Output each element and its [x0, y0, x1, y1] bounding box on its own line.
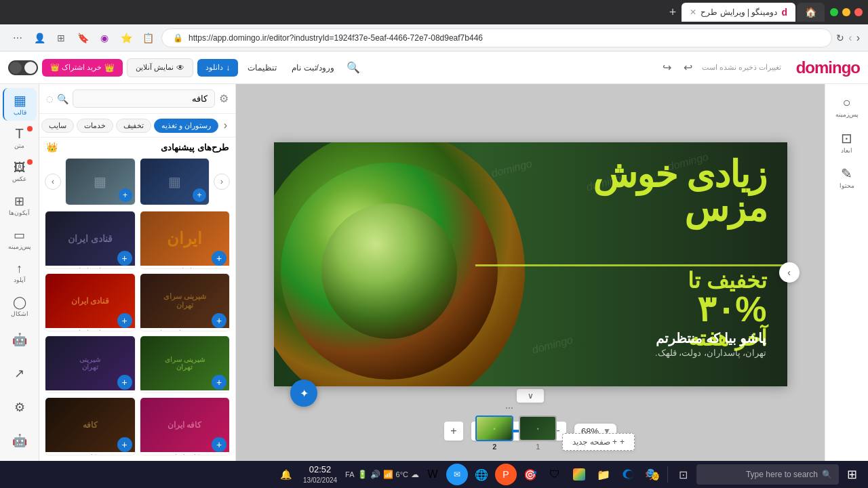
right-tool-upload[interactable]: ↑ آپلود: [3, 256, 37, 289]
dark-mode-toggle[interactable]: [8, 60, 38, 75]
browser-icon-5[interactable]: ⊞: [52, 28, 71, 47]
search-icon: 🔍: [57, 94, 68, 104]
browser-icon-1[interactable]: 📋: [138, 28, 157, 47]
taskbar-app-mask[interactable]: 🎭: [642, 464, 663, 485]
task-view-icon[interactable]: ⊡: [672, 464, 694, 485]
template-card-1[interactable]: ایران + ایران: [140, 211, 231, 269]
template-add-btn-1[interactable]: +: [212, 251, 226, 266]
taskbar-app-5[interactable]: W: [422, 464, 443, 485]
taskbar-app-chrome[interactable]: 🌐: [471, 464, 492, 485]
download-button[interactable]: ↓دانلود: [197, 59, 238, 77]
login-button[interactable]: ورود/ثبت نام: [286, 59, 340, 77]
category-discount[interactable]: تخفیف: [116, 119, 151, 133]
template-label-6: شیرینی تهران: [45, 390, 135, 394]
taskbar-app-edge[interactable]: [617, 464, 639, 485]
page-2-options[interactable]: ⋯: [505, 403, 513, 413]
right-tool-ai2[interactable]: 🤖: [3, 424, 37, 457]
canvas-bottom-arrow[interactable]: ∨: [517, 389, 544, 403]
template-search-input[interactable]: [73, 89, 215, 108]
browser-menu[interactable]: ⋯: [8, 28, 27, 47]
right-tool-ai[interactable]: 🤖: [3, 323, 37, 356]
sidebar-item-background[interactable]: ○ پس‌زمینه: [829, 89, 865, 123]
category-services[interactable]: خدمات: [77, 119, 113, 133]
share-button[interactable]: 👑خرید اشتراک 👑: [42, 59, 123, 77]
category-other[interactable]: سایب: [41, 119, 74, 133]
right-tool-template[interactable]: ▦ قالب: [3, 88, 37, 121]
cloud-icon: ☁: [411, 470, 419, 479]
carousel-add-btn-2[interactable]: +: [119, 188, 132, 202]
taskbar-app-store[interactable]: [568, 464, 590, 485]
right-tool-export[interactable]: ↗: [3, 357, 37, 390]
template-add-btn-8[interactable]: +: [117, 437, 132, 452]
template-add-btn-4[interactable]: +: [117, 313, 132, 328]
page-1-thumbnail[interactable]: ▪: [519, 415, 557, 441]
system-tray[interactable]: ☁ 6°C 📶 🔊 🔋 FA: [345, 470, 419, 479]
address-bar[interactable]: https://app.domingo.ir/editor?industryId…: [189, 33, 483, 43]
template-card-6[interactable]: شیرینیتهران + شیرینی تهران: [45, 336, 136, 394]
text-tool-label: متن: [14, 142, 24, 149]
right-tool-background[interactable]: ▭ پس‌زمینه: [3, 223, 37, 256]
right-tool-text[interactable]: T متن: [3, 122, 37, 155]
taskbar-app-1[interactable]: 🛡: [544, 464, 566, 485]
template-card-7[interactable]: کافه ایران + کافه ایران: [140, 397, 231, 455]
carousel-item-1[interactable]: ▦ +: [140, 158, 210, 205]
notification-icon[interactable]: 🔔: [276, 465, 295, 484]
filter-icon[interactable]: ⚙: [219, 92, 229, 105]
taskbar-search[interactable]: 🔍 Type here to search: [696, 464, 839, 485]
carousel-add-btn-1[interactable]: +: [193, 188, 206, 202]
canvas-right-arrow[interactable]: ›: [779, 262, 800, 283]
taskbar-app-2[interactable]: 🎯: [519, 464, 541, 485]
category-restaurant[interactable]: رستوران و تغذیه: [154, 119, 218, 133]
template-card-8[interactable]: کافه + کافه: [45, 397, 136, 455]
template-add-btn-2[interactable]: +: [117, 251, 132, 266]
template-label-2: قنادی ایران: [45, 266, 135, 269]
template-card-2[interactable]: قنادی ایران + قنادی ایران: [45, 211, 136, 269]
template-card-3[interactable]: شیرینی سرایتهران + شیرینی سرای تهران: [140, 273, 231, 331]
browser-icon-2[interactable]: ⭐: [117, 28, 136, 47]
sidebar-item-content[interactable]: ✎ محتوا: [829, 160, 865, 194]
date-display: 13/02/2024: [303, 476, 337, 485]
settings-button[interactable]: تنظیمات: [242, 59, 282, 77]
browser-icon-4[interactable]: 🔖: [73, 28, 92, 47]
start-button[interactable]: ⊞: [842, 464, 863, 485]
browser-icon-3[interactable]: ◉: [95, 28, 114, 47]
taskbar-app-4[interactable]: ✉: [446, 464, 468, 485]
right-tool-icons[interactable]: ⊞ آیکون‌ها: [3, 189, 37, 222]
taskbar-clock[interactable]: 02:52 13/02/2024: [299, 464, 341, 485]
page-2-thumbnail[interactable]: ▪: [475, 415, 513, 441]
sound-icon: 🔊: [370, 470, 380, 479]
taskbar-app-3[interactable]: P: [495, 464, 517, 485]
image-tool-icon: 🖼: [14, 161, 26, 175]
forward-button[interactable]: ›: [848, 32, 852, 44]
template-add-btn-3[interactable]: +: [212, 313, 226, 328]
right-tool-settings2[interactable]: ⚙: [3, 391, 37, 424]
preview-button[interactable]: 👁نمایش آنلاین: [127, 58, 193, 77]
template-label-7: کافه ایران: [140, 452, 230, 455]
category-next[interactable]: ‹: [221, 118, 230, 133]
design-title-line2: مزس: [593, 190, 766, 226]
undo-button[interactable]: ↩: [681, 58, 695, 77]
search-icon[interactable]: 🔍: [344, 58, 363, 77]
browser-icon-6[interactable]: 👤: [30, 28, 49, 47]
magic-button[interactable]: ✦: [290, 380, 317, 407]
carousel-next[interactable]: ›: [45, 174, 61, 190]
right-tool-image[interactable]: 🖼 عکس: [3, 155, 37, 188]
carousel-item-2[interactable]: ▦ +: [65, 158, 136, 205]
template-card-4[interactable]: قنادی ایران + قنادی ایران: [45, 273, 136, 331]
template-add-btn-6[interactable]: +: [117, 375, 132, 390]
add-page-button[interactable]: ++ صفحه جدید: [562, 433, 635, 451]
zoom-in-button[interactable]: +: [444, 422, 463, 441]
carousel-prev[interactable]: ‹: [214, 174, 230, 190]
template-card-5[interactable]: شیرینی سرایتهران + شیرینی سرای تهران: [140, 336, 231, 394]
new-tab-button[interactable]: +: [665, 3, 681, 22]
back-button[interactable]: ‹: [856, 32, 860, 44]
taskbar-app-folder[interactable]: 📁: [593, 464, 614, 485]
background-tool-icon: ○: [842, 95, 850, 110]
sidebar-item-dimensions[interactable]: ⊡ ابعاد: [829, 125, 865, 159]
template-add-btn-7[interactable]: +: [212, 437, 226, 452]
tab-close-icon[interactable]: ✕: [690, 7, 696, 17]
right-tool-shapes[interactable]: ◯ اشکال: [3, 290, 37, 323]
redo-button[interactable]: ↪: [660, 58, 674, 77]
active-tab[interactable]: d دومینگو | ویرایش طرح ✕: [682, 3, 795, 22]
refresh-button[interactable]: ↻: [836, 33, 844, 43]
